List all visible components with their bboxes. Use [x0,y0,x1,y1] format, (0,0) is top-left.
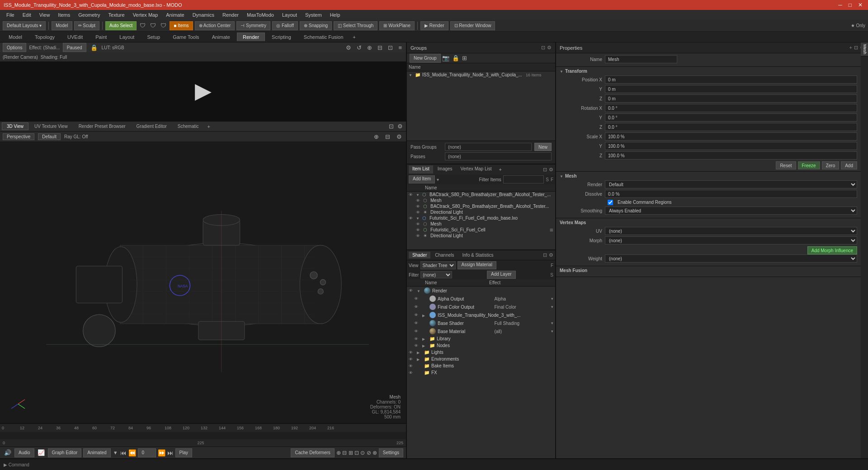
filter-items-input[interactable] [503,175,544,183]
alpha-dropdown[interactable]: ▾ [551,296,553,301]
tab-uv-texture-view[interactable]: UV Texture View [29,122,73,130]
timeline-track[interactable] [0,432,406,439]
mesh-expand[interactable] [560,174,563,179]
props-expand-icon[interactable]: ⊡ [854,45,858,51]
passes-input[interactable] [445,152,552,160]
shader-s2[interactable]: S [550,273,553,277]
graph-editor-btn[interactable]: Graph Editor [48,448,82,457]
close-btn[interactable]: ✕ [856,2,864,8]
filter-s-btn[interactable]: S [546,177,549,182]
frame-input[interactable]: 0 [138,448,156,457]
options-btn[interactable]: Options [3,43,26,52]
rot-z-input[interactable] [605,123,857,131]
select-through-btn[interactable]: ◫ Select Through [334,21,377,30]
list-item[interactable]: 👁 ⬡ Mesh [407,197,555,203]
menu-system[interactable]: System [302,11,326,19]
shader-expand-icon[interactable]: ⊡ [543,252,547,258]
tab-channels[interactable]: Channels [431,252,458,258]
list-item[interactable]: 👁 ⬡ BACtrack_S80_Pro_Breathalyzer_Breath… [407,203,555,209]
next-frame-btn[interactable]: ⏭ [167,449,174,456]
tab-render[interactable]: Render [237,33,265,41]
menu-edit[interactable]: Edit [19,11,35,19]
audio-btn[interactable]: Audio [14,448,34,457]
default-btn[interactable]: Default [38,133,61,140]
eye-icon[interactable]: 👁 [409,288,415,293]
add-layout-tab-btn[interactable]: + [350,33,358,41]
expand-icon[interactable] [417,357,422,362]
pass-groups-new-btn[interactable]: New [534,143,552,151]
render-ctrl5[interactable]: ⊡ [387,44,394,51]
shader-row-base-mat[interactable]: 👁 Base Material (all) ▾ [407,327,555,335]
pos-x-input[interactable] [605,75,857,84]
shader-row-iss[interactable]: 👁 ISS_Module_Tranquility_Node_3_with_... [407,311,555,319]
shader-tree-select[interactable]: Shader Tree [420,261,456,269]
eye-icon[interactable]: 👁 [416,198,422,203]
zero-btn[interactable]: Zero [822,161,840,169]
enable-cmd-regions-checkbox[interactable] [608,200,613,205]
tab-uvedit[interactable]: UVEdit [61,33,89,42]
list-item[interactable]: 👁 ☀ Directional Light [407,233,555,239]
eye-icon[interactable]: 👁 [416,234,422,238]
scale-z-input[interactable] [605,151,857,160]
tab-topology[interactable]: Topology [29,33,61,42]
menu-help[interactable]: Help [326,11,344,19]
render-ctrl3[interactable]: ⊕ [366,44,373,51]
add-item-btn[interactable]: Add Item [409,175,435,183]
shader-row-nodes[interactable]: 👁 📁 Nodes [407,342,555,349]
reset-btn[interactable]: Reset [776,161,796,169]
fc-dropdown[interactable]: ▾ [551,305,553,309]
filter-f-btn[interactable]: F [551,177,553,182]
group-item-iss[interactable]: 📁 ISS_Module_Tranquility_Node_3_with_Cup… [407,71,555,78]
shader-filter-select[interactable]: (none) [420,271,452,278]
dropdown-icon[interactable]: ▾ [113,449,118,456]
dissolve-input[interactable] [605,190,857,198]
groups-expand-icon[interactable]: ⊡ [541,45,545,51]
render-ctrl4[interactable]: ⊟ [376,44,384,51]
workplane-btn[interactable]: ⊞ WorkPlane [379,21,415,30]
rot-y-input[interactable] [605,113,857,122]
menu-file[interactable]: File [3,11,18,19]
menu-view[interactable]: View [36,11,54,19]
step-back-btn[interactable]: ⏪ [128,449,136,456]
pos-z-input[interactable] [605,94,857,103]
list-item[interactable]: 👁 ⬡ BACtrack_S80_Pro_Breathalyzer_Breath… [407,192,555,197]
list-item[interactable]: 👁 ⬡ Futuristic_Sci_Fi_Fuel_Cell_modo_bas… [407,215,555,221]
tab-setup[interactable]: Setup [141,33,166,42]
props-add-icon[interactable]: + [849,45,852,51]
shader-row-environments[interactable]: 👁 📁 Environments [407,356,555,362]
smoothing-dropdown[interactable]: Always Enabled [605,207,857,215]
add-item-tab[interactable]: + [496,165,505,174]
expand-icon[interactable] [422,343,428,348]
tab-vertex-map-list[interactable]: Vertex Map List [457,165,495,174]
eye-icon[interactable]: 👁 [409,364,415,368]
add-transform-btn[interactable]: Add [841,161,857,169]
expand-icon[interactable] [416,192,421,197]
list-item[interactable]: 👁 ⬡ Futuristic_Sci_Fi_Fuel_Cell ⊞ [407,227,555,233]
expand-icon2[interactable] [416,216,421,221]
step-fwd-btn[interactable]: ⏩ [158,449,165,456]
play-btn[interactable]: Play [175,448,192,457]
vp-icon2[interactable]: ⊟ [384,133,392,140]
freeze-btn[interactable]: Freeze [798,161,820,169]
paused-btn[interactable]: Paused [63,43,86,52]
expand-icon[interactable] [417,288,422,293]
command-input[interactable]: ▶ Command [4,462,864,467]
shader-settings-icon[interactable]: ⚙ [549,252,553,258]
shader-row-lights[interactable]: 👁 📁 Lights [407,349,555,356]
list-item[interactable]: 👁 ⬡ Mesh [407,221,555,227]
bs-dropdown[interactable]: ▾ [551,321,553,325]
vp-icon1[interactable]: ⊕ [373,133,380,140]
render-dropdown[interactable]: Default [605,180,857,188]
render-btn[interactable]: ▶ Render [420,21,448,30]
eye-icon[interactable]: 👁 [416,228,422,232]
expand-icon[interactable] [422,336,428,341]
view-settings-icon[interactable]: ⚙ [396,123,404,130]
eye-icon[interactable]: 👁 [414,321,420,325]
render-window-btn[interactable]: ⊡ Render Window [450,21,495,30]
menu-vertex-map[interactable]: Vertex Map [129,11,162,19]
add-item-arrow[interactable]: ▾ [437,177,439,182]
symmetry-btn[interactable]: ⊣ Symmetry [236,21,270,30]
tab-scripting[interactable]: Scripting [266,33,297,42]
add-view-tab-btn[interactable]: + [205,122,213,131]
tab-item-list[interactable]: Item List [409,165,433,174]
